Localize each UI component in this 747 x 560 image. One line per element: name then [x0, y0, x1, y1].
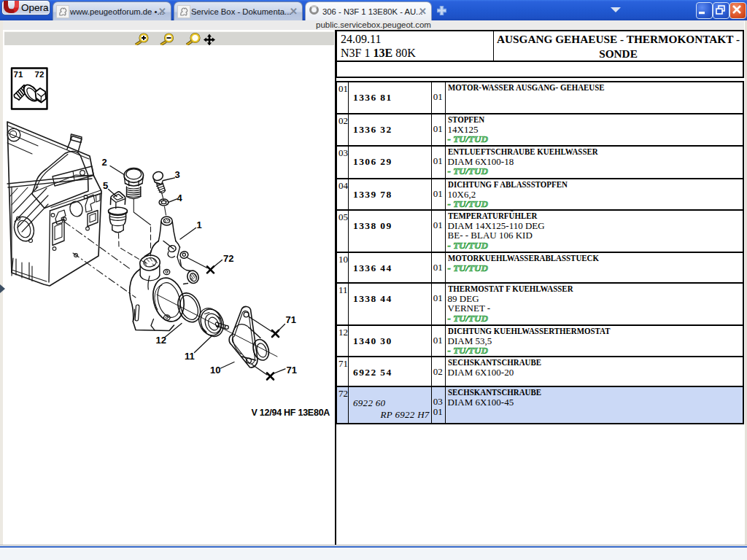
svg-text:71: 71: [14, 70, 23, 79]
svg-text:1: 1: [197, 219, 202, 230]
svg-text:12: 12: [156, 335, 166, 346]
svg-text:3: 3: [175, 169, 180, 180]
svg-text:72: 72: [35, 70, 44, 79]
svg-text:71: 71: [287, 365, 297, 376]
svg-text:71: 71: [286, 314, 296, 325]
svg-text:10: 10: [210, 365, 220, 376]
svg-text:2: 2: [102, 157, 107, 168]
svg-text:V 12/94 HF 13E80A: V 12/94 HF 13E80A: [252, 408, 330, 418]
svg-text:11: 11: [185, 351, 195, 362]
svg-text:4: 4: [177, 192, 183, 203]
svg-text:5: 5: [103, 180, 108, 191]
svg-text:72: 72: [223, 253, 233, 264]
